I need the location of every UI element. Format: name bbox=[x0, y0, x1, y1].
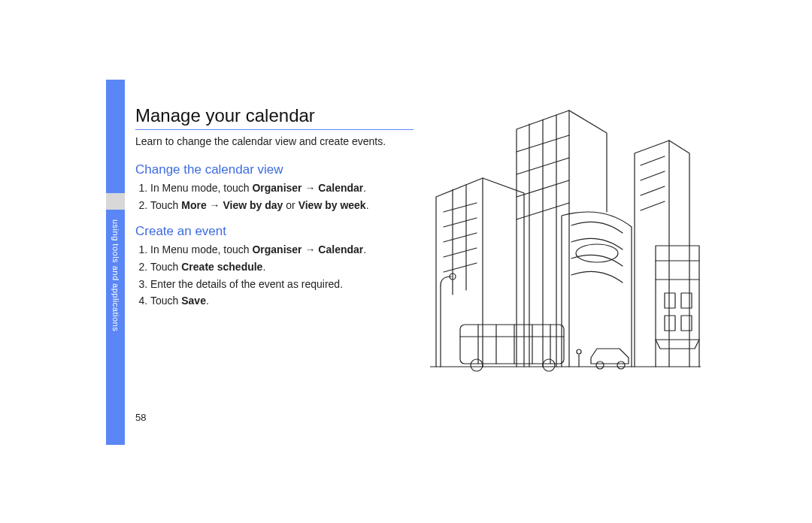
svg-point-34 bbox=[543, 359, 555, 371]
page-title: Manage your calendar bbox=[135, 105, 414, 130]
step-text: . bbox=[262, 261, 265, 273]
list-item: Enter the details of the event as requir… bbox=[150, 277, 414, 293]
ribbon-label: using tools and applications bbox=[111, 219, 120, 331]
cityscape-illustration bbox=[430, 99, 701, 385]
svg-rect-22 bbox=[665, 293, 675, 308]
section-heading-change-view: Change the calendar view bbox=[135, 162, 414, 177]
step-text: . bbox=[363, 243, 366, 255]
step-text: . bbox=[206, 295, 209, 307]
step-bold: Calendar bbox=[318, 243, 363, 255]
svg-rect-23 bbox=[681, 293, 692, 308]
svg-line-17 bbox=[641, 171, 665, 180]
step-text: → bbox=[302, 243, 319, 255]
section-heading-create-event: Create an event bbox=[135, 224, 414, 239]
step-bold: Organiser bbox=[252, 182, 301, 194]
svg-line-5 bbox=[444, 263, 477, 272]
step-text: In Menu mode, touch bbox=[150, 182, 252, 194]
step-bold: View by week bbox=[298, 199, 366, 211]
svg-line-19 bbox=[641, 201, 665, 210]
page-number: 58 bbox=[135, 412, 146, 423]
list-item: In Menu mode, touch Organiser → Calendar… bbox=[150, 180, 414, 197]
step-text: or bbox=[283, 199, 298, 211]
svg-point-36 bbox=[617, 361, 625, 369]
step-bold: Save bbox=[181, 295, 206, 307]
list-item: Touch Save. bbox=[150, 293, 414, 310]
step-text: → bbox=[207, 199, 223, 211]
step-text: Enter the details of the event as requir… bbox=[150, 278, 343, 290]
svg-line-16 bbox=[641, 156, 665, 165]
content-column: Manage your calendar Learn to change the… bbox=[135, 105, 414, 317]
svg-line-3 bbox=[444, 233, 477, 242]
step-bold: Create schedule bbox=[181, 261, 262, 273]
side-ribbon: using tools and applications bbox=[106, 80, 125, 445]
step-bold: Calendar bbox=[318, 182, 363, 194]
svg-point-33 bbox=[471, 359, 483, 371]
step-bold: View by day bbox=[223, 199, 283, 211]
step-text: Touch bbox=[150, 199, 181, 211]
steps-create-event: In Menu mode, touch Organiser → Calendar… bbox=[135, 242, 414, 310]
ribbon-gap bbox=[106, 193, 125, 210]
step-text: In Menu mode, touch bbox=[150, 243, 252, 255]
page-intro: Learn to change the calendar view and cr… bbox=[135, 135, 414, 149]
svg-rect-24 bbox=[665, 316, 675, 331]
ribbon-label-container: using tools and applications bbox=[106, 219, 125, 415]
list-item: Touch Create schedule. bbox=[150, 259, 414, 276]
svg-point-15 bbox=[576, 244, 618, 262]
svg-rect-26 bbox=[460, 325, 564, 364]
step-text: . bbox=[363, 182, 366, 194]
svg-rect-25 bbox=[681, 316, 692, 331]
svg-line-18 bbox=[641, 186, 665, 195]
svg-line-4 bbox=[444, 248, 477, 257]
list-item: In Menu mode, touch Organiser → Calendar… bbox=[150, 242, 414, 258]
step-bold: More bbox=[181, 199, 206, 211]
steps-change-view: In Menu mode, touch Organiser → Calendar… bbox=[135, 180, 414, 213]
svg-line-1 bbox=[444, 203, 477, 212]
step-text: Touch bbox=[150, 295, 181, 307]
svg-point-40 bbox=[577, 349, 581, 354]
step-text: Touch bbox=[150, 261, 181, 273]
svg-line-2 bbox=[444, 218, 477, 227]
list-item: Touch More → View by day or View by week… bbox=[150, 198, 414, 214]
svg-point-35 bbox=[596, 361, 604, 369]
step-text: . bbox=[366, 199, 369, 211]
step-bold: Organiser bbox=[252, 243, 301, 255]
step-text: → bbox=[302, 182, 319, 194]
